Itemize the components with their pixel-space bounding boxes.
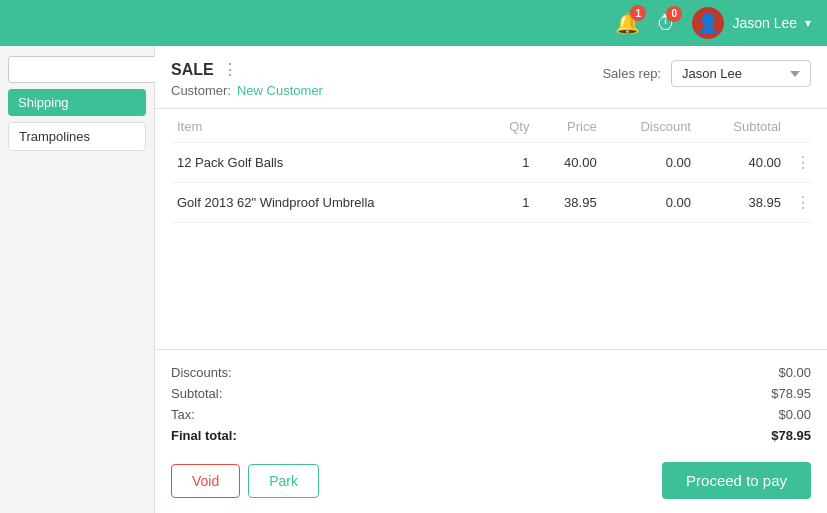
orders-badge: 0 (666, 6, 682, 22)
sidebar-item-shipping[interactable]: Shipping (8, 89, 146, 116)
discounts-row: Discounts: $0.00 (171, 362, 811, 383)
top-navigation: 🔔 1 ⏱ 0 👤 Jason Lee ▾ (0, 0, 827, 46)
item-price: 40.00 (535, 143, 602, 183)
col-qty: Qty (487, 109, 536, 143)
sidebar: ⏱ Shipping Trampolines (0, 46, 155, 513)
tax-value: $0.00 (778, 407, 811, 422)
sale-customer-row: Customer: New Customer (171, 83, 323, 98)
item-name: 12 Pack Golf Balls (171, 143, 487, 183)
col-item: Item (171, 109, 487, 143)
table-header: Item Qty Price Discount Subtotal (171, 109, 811, 143)
table-row: Golf 2013 62" Windproof Umbrella 1 38.95… (171, 183, 811, 223)
final-value: $78.95 (771, 428, 811, 443)
tax-label: Tax: (171, 407, 195, 422)
item-qty: 1 (487, 183, 536, 223)
item-subtotal: 40.00 (697, 143, 787, 183)
sale-menu-icon[interactable]: ⋮ (222, 60, 238, 79)
username-label: Jason Lee (732, 15, 797, 31)
sale-info: SALE ⋮ Customer: New Customer (171, 60, 323, 98)
new-customer-link[interactable]: New Customer (237, 83, 323, 98)
chevron-down-icon: ▾ (805, 16, 811, 30)
user-menu[interactable]: 👤 Jason Lee ▾ (692, 7, 811, 39)
app-layout: ⏱ Shipping Trampolines SALE ⋮ Customer: … (0, 46, 827, 513)
row-menu-button[interactable]: ⋮ (787, 183, 811, 223)
final-total-row: Final total: $78.95 (171, 425, 811, 446)
sidebar-search-row: ⏱ (8, 56, 146, 83)
discounts-label: Discounts: (171, 365, 232, 380)
notifications-button[interactable]: 🔔 1 (615, 11, 640, 35)
left-actions: Void Park (171, 464, 319, 498)
orders-button[interactable]: ⏱ 0 (656, 12, 676, 35)
sale-title-row: SALE ⋮ (171, 60, 323, 79)
actions-row: Void Park Proceed to pay (155, 452, 827, 513)
subtotal-value: $78.95 (771, 386, 811, 401)
final-label: Final total: (171, 428, 237, 443)
void-button[interactable]: Void (171, 464, 240, 498)
item-name: Golf 2013 62" Windproof Umbrella (171, 183, 487, 223)
proceed-to-pay-button[interactable]: Proceed to pay (662, 462, 811, 499)
item-price: 38.95 (535, 183, 602, 223)
col-discount: Discount (603, 109, 697, 143)
item-subtotal: 38.95 (697, 183, 787, 223)
sale-header: SALE ⋮ Customer: New Customer Sales rep:… (155, 46, 827, 109)
col-subtotal: Subtotal (697, 109, 787, 143)
customer-label: Customer: (171, 83, 231, 98)
items-table: Item Qty Price Discount Subtotal 12 Pack… (155, 109, 827, 349)
sales-rep-row: Sales rep: Jason Lee Other Rep (602, 60, 811, 87)
item-discount: 0.00 (603, 183, 697, 223)
row-menu-button[interactable]: ⋮ (787, 143, 811, 183)
tax-row: Tax: $0.00 (171, 404, 811, 425)
discounts-value: $0.00 (778, 365, 811, 380)
main-content: SALE ⋮ Customer: New Customer Sales rep:… (155, 46, 827, 513)
order-table: Item Qty Price Discount Subtotal 12 Pack… (171, 109, 811, 223)
subtotal-row: Subtotal: $78.95 (171, 383, 811, 404)
park-button[interactable]: Park (248, 464, 319, 498)
col-price: Price (535, 109, 602, 143)
table-row: 12 Pack Golf Balls 1 40.00 0.00 40.00 ⋮ (171, 143, 811, 183)
sale-title: SALE (171, 61, 214, 79)
avatar: 👤 (692, 7, 724, 39)
subtotal-label: Subtotal: (171, 386, 222, 401)
totals-section: Discounts: $0.00 Subtotal: $78.95 Tax: $… (155, 349, 827, 452)
item-discount: 0.00 (603, 143, 697, 183)
sales-rep-select[interactable]: Jason Lee Other Rep (671, 60, 811, 87)
item-qty: 1 (487, 143, 536, 183)
avatar-icon: 👤 (697, 12, 719, 34)
notifications-badge: 1 (630, 5, 646, 21)
table-body: 12 Pack Golf Balls 1 40.00 0.00 40.00 ⋮ … (171, 143, 811, 223)
sales-rep-label: Sales rep: (602, 66, 661, 81)
sidebar-item-trampolines[interactable]: Trampolines (8, 122, 146, 151)
